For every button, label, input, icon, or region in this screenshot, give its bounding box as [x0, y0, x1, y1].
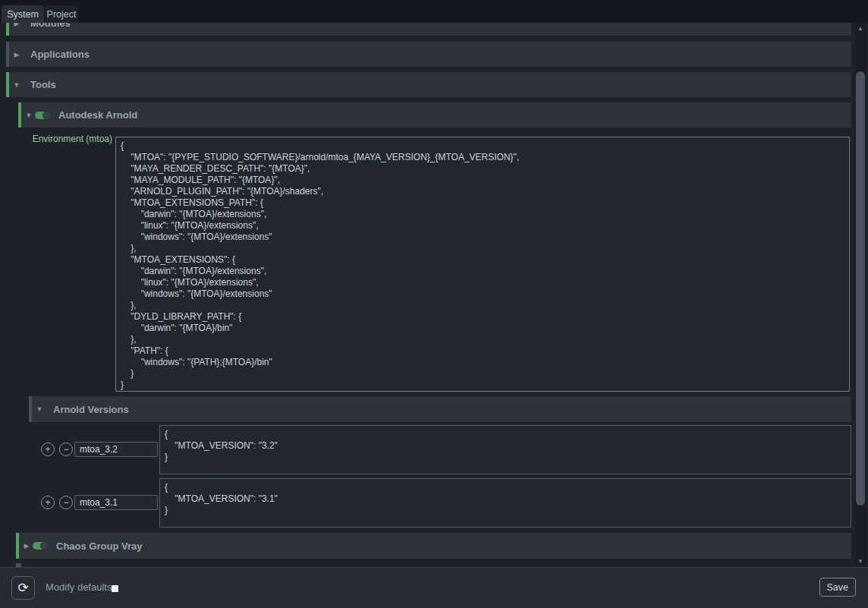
arnold-versions-state-bar — [29, 396, 32, 422]
section-arnold-versions[interactable]: ▼ Arnold Versions — [29, 396, 851, 422]
section-chaos-group-vray[interactable]: ▶ Chaos Group Vray — [16, 533, 851, 559]
tab-project[interactable]: Project — [45, 5, 78, 23]
footer-bar: ⟳ Modify defaults Save — [0, 567, 868, 608]
applications-label: Applications — [30, 49, 90, 60]
modules-label: Modules — [30, 23, 71, 29]
modify-defaults-checkbox[interactable] — [112, 585, 118, 592]
vray-title: Chaos Group Vray — [56, 540, 142, 552]
section-modules[interactable]: ▶ Modules — [6, 23, 851, 36]
modules-state-bar — [6, 23, 9, 36]
vray-enabled-toggle[interactable] — [33, 542, 49, 550]
environment-mtoa-textarea[interactable]: { "MTOA": "{PYPE_STUDIO_SOFTWARE}/arnold… — [115, 137, 850, 392]
refresh-button[interactable]: ⟳ — [11, 576, 35, 600]
tools-expanded-icon: ▼ — [12, 81, 21, 89]
version-key-input-0[interactable] — [74, 442, 158, 457]
tab-system-label: System — [7, 9, 39, 20]
environment-mtoa-label: Environment (mtoa) — [6, 134, 112, 144]
vertical-scrollbar-thumb[interactable] — [856, 71, 865, 506]
tab-system[interactable]: System — [2, 5, 44, 23]
settings-scroll-area: ▶ Modules ▶ Applications ▼ Tools ▼ Autod… — [0, 23, 868, 567]
tools-state-bar — [6, 72, 9, 97]
tools-label: Tools — [30, 79, 56, 90]
remove-version-button-0[interactable]: − — [59, 443, 73, 456]
version-value-textarea-0[interactable]: { "MTOA_VERSION": "3.2" } — [159, 425, 851, 474]
version-value-textarea-1[interactable]: { "MTOA_VERSION": "3.1" } — [159, 478, 851, 528]
arnold-expanded-icon: ▼ — [24, 112, 33, 119]
vray-collapsed-icon: ▶ — [22, 542, 31, 550]
arnold-versions-expanded-icon: ▼ — [35, 405, 44, 413]
tab-bar: System Project — [0, 0, 868, 23]
add-version-button-1[interactable]: + — [41, 496, 55, 509]
vray-state-bar — [16, 533, 19, 559]
arnold-enabled-toggle[interactable] — [35, 112, 51, 119]
vray-toggle-knob — [40, 541, 49, 550]
tab-project-label: Project — [47, 9, 77, 20]
arnold-state-bar — [18, 102, 21, 128]
add-version-button-0[interactable]: + — [41, 443, 55, 456]
settings-window: System Project ▶ Modules ▶ Applications … — [0, 0, 868, 608]
scroll-down-icon[interactable]: ▼ — [855, 556, 866, 566]
applications-state-bar — [6, 42, 9, 67]
modify-defaults-label: Modify defaults — [46, 581, 112, 593]
save-button[interactable]: Save — [819, 578, 857, 597]
vertical-scrollbar[interactable]: ▲ ▼ — [855, 23, 866, 567]
arnold-title: Autodesk Arnold — [58, 109, 137, 121]
applications-collapsed-icon: ▶ — [12, 51, 21, 58]
version-key-input-1[interactable] — [74, 495, 158, 510]
section-tools[interactable]: ▼ Tools — [6, 72, 851, 97]
section-autodesk-arnold[interactable]: ▼ Autodesk Arnold — [18, 102, 851, 128]
scroll-up-icon[interactable]: ▲ — [855, 24, 866, 33]
arnold-toggle-knob — [42, 111, 52, 120]
arnold-versions-title: Arnold Versions — [53, 404, 129, 415]
remove-version-button-1[interactable]: − — [59, 496, 73, 509]
section-applications[interactable]: ▶ Applications — [6, 42, 851, 67]
modules-collapsed-icon: ▶ — [12, 23, 21, 27]
